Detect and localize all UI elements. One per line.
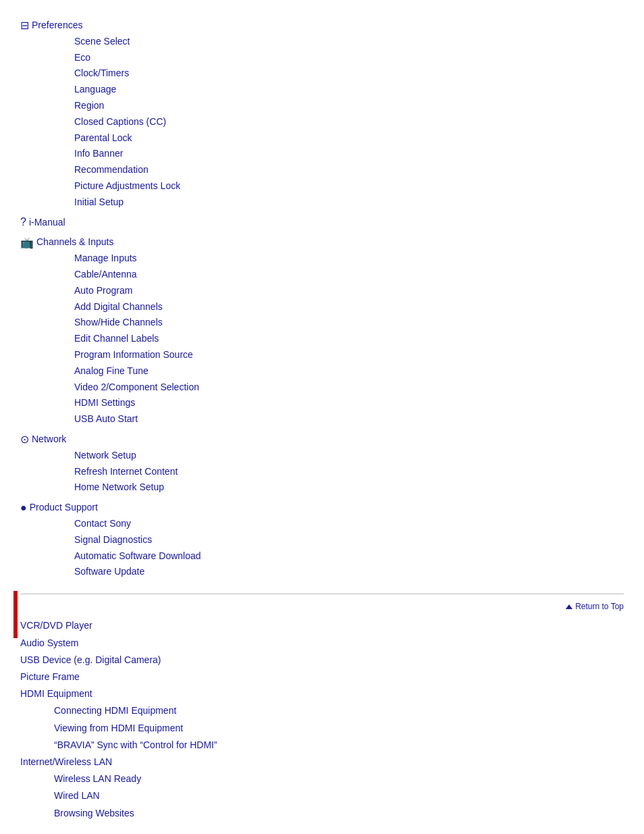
auto-program-link[interactable]: Auto Program xyxy=(74,283,624,299)
triangle-up-icon xyxy=(566,604,572,609)
product-support-icon: ● xyxy=(20,502,27,514)
hdmi-equipment-subitems: Connecting HDMI Equipment Viewing from H… xyxy=(54,702,624,754)
preferences-link[interactable]: Preferences xyxy=(32,18,82,34)
usb-device-link[interactable]: USB Device (e.g. Digital Camera) xyxy=(20,652,624,669)
auto-software-download-link[interactable]: Automatic Software Download xyxy=(74,548,624,565)
connecting-hdmi-link[interactable]: Connecting HDMI Equipment xyxy=(54,702,624,719)
usb-auto-start-link[interactable]: USB Auto Start xyxy=(74,411,624,427)
section-imanual: ? i-Manual xyxy=(20,215,624,231)
language-link[interactable]: Language xyxy=(74,82,624,98)
browsing-websites-link[interactable]: Browsing Websites xyxy=(54,805,624,822)
manage-inputs-link[interactable]: Manage Inputs xyxy=(74,251,624,267)
imanual-link[interactable]: i-Manual xyxy=(29,215,65,231)
show-hide-channels-link[interactable]: Show/Hide Channels xyxy=(74,315,624,331)
picture-adjustments-lock-link[interactable]: Picture Adjustments Lock xyxy=(74,178,624,194)
internet-subitems: Wireless LAN Ready Wired LAN Browsing We… xyxy=(54,771,624,822)
eco-link[interactable]: Eco xyxy=(74,50,624,66)
edit-channel-labels-link[interactable]: Edit Channel Labels xyxy=(74,331,624,347)
channels-icon: 📺 xyxy=(20,236,34,249)
initial-setup-link[interactable]: Initial Setup xyxy=(74,194,624,211)
network-subitems: Network Setup Refresh Internet Content H… xyxy=(74,448,624,496)
closed-captions-link[interactable]: Closed Captions (CC) xyxy=(74,114,624,130)
wired-lan-link[interactable]: Wired LAN xyxy=(54,787,624,804)
network-icon: ⊙ xyxy=(20,433,29,446)
bottom-links-section: VCR/DVD Player Audio System USB Device (… xyxy=(20,617,624,821)
product-support-link[interactable]: Product Support xyxy=(30,500,98,516)
section-network: ⊙ Network Network Setup Refresh Internet… xyxy=(20,432,624,496)
cable-antenna-link[interactable]: Cable/Antenna xyxy=(74,267,624,283)
audio-system-link[interactable]: Audio System xyxy=(20,635,624,652)
preferences-subitems: Scene Select Eco Clock/Timers Language R… xyxy=(74,34,624,211)
wireless-lan-ready-link[interactable]: Wireless LAN Ready xyxy=(54,771,624,787)
return-to-top-link[interactable]: Return to Top xyxy=(575,600,624,613)
product-subitems: Contact Sony Signal Diagnostics Automati… xyxy=(74,516,624,580)
vcr-dvd-link[interactable]: VCR/DVD Player xyxy=(20,617,624,634)
preferences-icon: ⊟ xyxy=(20,19,29,32)
clock-timers-link[interactable]: Clock/Timers xyxy=(74,66,624,82)
hdmi-equipment-link[interactable]: HDMI Equipment xyxy=(20,685,624,702)
contact-sony-link[interactable]: Contact Sony xyxy=(74,516,624,532)
network-setup-link[interactable]: Network Setup xyxy=(74,448,624,464)
section-channels: 📺 Channels & Inputs Manage Inputs Cable/… xyxy=(20,234,624,427)
channels-link[interactable]: Channels & Inputs xyxy=(36,234,113,251)
viewing-hdmi-link[interactable]: Viewing from HDMI Equipment xyxy=(54,720,624,737)
signal-diagnostics-link[interactable]: Signal Diagnostics xyxy=(74,532,624,548)
bravia-sync-link[interactable]: “BRAVIA” Sync with “Control for HDMI” xyxy=(54,737,624,754)
channels-subitems: Manage Inputs Cable/Antenna Auto Program… xyxy=(74,251,624,427)
scene-select-link[interactable]: Scene Select xyxy=(74,34,624,50)
return-to-top-section: Return to Top xyxy=(20,600,624,613)
add-digital-channels-link[interactable]: Add Digital Channels xyxy=(74,299,624,315)
horizontal-divider xyxy=(20,594,624,594)
main-content: ⊟ Preferences Scene Select Eco Clock/Tim… xyxy=(20,18,624,834)
picture-frame-link[interactable]: Picture Frame xyxy=(20,669,624,685)
refresh-internet-link[interactable]: Refresh Internet Content xyxy=(74,464,624,480)
video2-component-link[interactable]: Video 2/Component Selection xyxy=(74,380,624,396)
home-network-setup-link[interactable]: Home Network Setup xyxy=(74,479,624,496)
hdmi-settings-link[interactable]: HDMI Settings xyxy=(74,395,624,411)
region-link[interactable]: Region xyxy=(74,98,624,114)
software-update-link[interactable]: Software Update xyxy=(74,564,624,580)
info-banner-link[interactable]: Info Banner xyxy=(74,146,624,162)
section-product: ● Product Support Contact Sony Signal Di… xyxy=(20,500,624,580)
parental-lock-link[interactable]: Parental Lock xyxy=(74,130,624,147)
program-info-source-link[interactable]: Program Information Source xyxy=(74,347,624,363)
left-red-bar xyxy=(14,591,18,638)
analog-fine-tune-link[interactable]: Analog Fine Tune xyxy=(74,363,624,380)
recommendation-link[interactable]: Recommendation xyxy=(74,162,624,178)
imanual-icon: ? xyxy=(20,216,26,228)
section-preferences: ⊟ Preferences Scene Select Eco Clock/Tim… xyxy=(20,18,624,211)
internet-wireless-link[interactable]: Internet/Wireless LAN xyxy=(20,754,624,771)
network-link[interactable]: Network xyxy=(32,432,66,448)
